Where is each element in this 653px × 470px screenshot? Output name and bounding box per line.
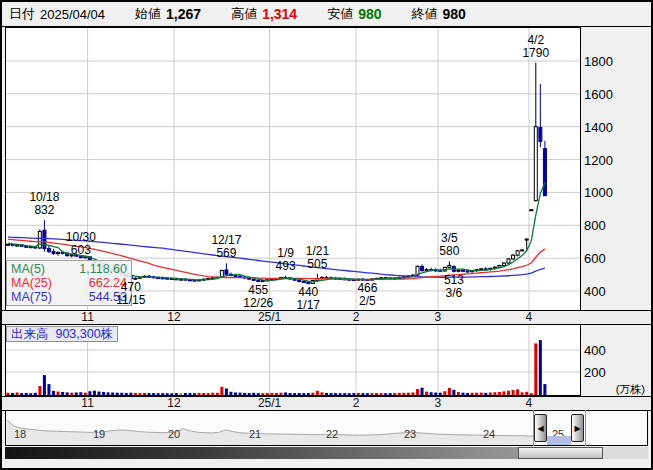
volume-bar (161, 393, 164, 395)
volume-bar (243, 393, 246, 395)
volume-bar (343, 393, 346, 395)
volume-bar (471, 393, 474, 395)
volume-bar (207, 393, 210, 395)
nav-year-label: 24 (483, 428, 495, 440)
volume-bar (439, 393, 442, 395)
candle-body (57, 252, 60, 253)
ma-legend: MA(5)1,118.60MA(25)662.24MA(75)544.53 (6, 260, 132, 306)
volume-bar (61, 392, 64, 395)
horizontal-scrollbar-thumb[interactable] (518, 447, 603, 459)
volume-bar (75, 392, 78, 395)
x-axis-month-label: 2 (353, 311, 360, 324)
volume-bar (525, 392, 528, 395)
x-axis-month-label: 12 (167, 397, 180, 410)
volume-bar (138, 393, 141, 395)
candle-body (512, 255, 515, 259)
nav-scroll-right-button[interactable]: ▶ (571, 414, 584, 442)
volume-bar (239, 393, 242, 395)
volume-bar (202, 393, 205, 395)
volume-bar (79, 392, 82, 395)
candle-body (16, 245, 19, 246)
volume-bar (166, 393, 169, 395)
candle-body (543, 149, 546, 196)
y-axis-price-label: 1400 (584, 120, 613, 135)
nav-scroll-left-button[interactable]: ◀ (534, 414, 547, 442)
volume-bar (70, 393, 73, 395)
y-axis-price-label: 1000 (584, 185, 613, 200)
volume-bar (66, 392, 69, 395)
volume-bar (462, 393, 465, 395)
ma-legend-row: MA(75)544.53 (11, 290, 127, 304)
volume-bar (357, 393, 360, 395)
nav-selected-range[interactable] (547, 436, 571, 445)
volume-bar (316, 391, 319, 395)
nav-year-label: 21 (249, 428, 261, 440)
x-axis-month-label: 11 (81, 311, 93, 324)
y-axis-price-label: 1600 (584, 87, 613, 102)
volume-bar (293, 393, 296, 395)
volume-readout: 出来高 903,300株 (6, 326, 118, 342)
ma-legend-label: MA(75) (11, 290, 52, 304)
volume-bar (534, 343, 537, 395)
candle-body (7, 244, 10, 245)
volume-bar (489, 392, 492, 395)
volume-bar (193, 393, 196, 395)
volume-axis-label: 200 (584, 365, 606, 380)
volume-bar (20, 393, 23, 395)
y-axis-price-label: 1200 (584, 153, 613, 168)
candle-body (43, 230, 46, 248)
volume-bar (257, 393, 260, 395)
volume-bar (25, 393, 28, 395)
x-axis-month-label: 25/1 (258, 311, 281, 324)
volume-bar (179, 393, 182, 395)
volume-bar (102, 392, 105, 395)
volume-bar (330, 393, 333, 395)
x-axis-strip-volume: 111225/1234 (2, 396, 651, 411)
volume-bar (339, 393, 342, 395)
horizontal-scrollbar-track-right[interactable] (603, 447, 648, 459)
volume-bar (530, 393, 533, 395)
stock-chart-widget: 日付2025/04/04 始値1,267 高値1,314 安値980 終値980… (0, 0, 653, 470)
candle-body (79, 256, 82, 257)
volume-bar (29, 393, 32, 395)
volume-bar (421, 388, 424, 395)
volume-bar (502, 391, 505, 395)
volume-bar (480, 393, 483, 395)
volume-bar (539, 340, 542, 395)
x-axis-month-label: 12 (167, 311, 180, 324)
volume-bar (198, 393, 201, 395)
volume-bar (225, 389, 228, 396)
volume-bar (443, 391, 446, 395)
ma-legend-label: MA(5) (11, 262, 45, 276)
volume-bar (298, 393, 301, 395)
volume-bar (384, 393, 387, 395)
volume-bar (402, 393, 405, 395)
volume-bar (452, 390, 455, 395)
x-axis-month-label: 4 (526, 311, 533, 324)
volume-bar (521, 392, 524, 395)
volume-bar (175, 393, 178, 395)
volume-bar (307, 393, 310, 395)
volume-bar (148, 393, 151, 395)
volume-bar (57, 392, 60, 395)
nav-year-label: 19 (93, 428, 105, 440)
volume-bar (98, 392, 101, 395)
volume-bar (52, 391, 55, 395)
x-axis-month-label: 2 (353, 397, 360, 410)
ma-legend-row: MA(25)662.24 (11, 276, 127, 290)
candle-body (261, 280, 264, 281)
candle-body (425, 270, 428, 271)
volume-bar (129, 393, 132, 395)
x-axis-month-label: 11 (81, 397, 93, 410)
x-axis-month-label: 3 (435, 397, 442, 410)
volume-bar (275, 393, 278, 395)
volume-bar (280, 393, 283, 395)
candle-body (502, 263, 505, 265)
candle-body (539, 128, 542, 142)
volume-bar (184, 393, 187, 395)
nav-range-right-marker (585, 410, 586, 446)
nav-year-label: 20 (168, 428, 180, 440)
ma-legend-value: 662.24 (89, 276, 127, 290)
volume-bar (398, 393, 401, 395)
nav-year-label: 18 (14, 428, 26, 440)
